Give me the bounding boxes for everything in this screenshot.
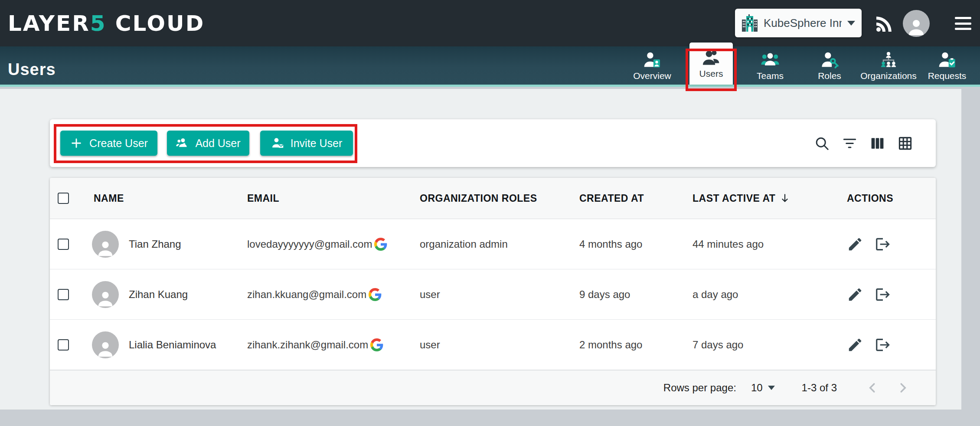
avatar-person-icon (95, 338, 115, 358)
row-avatar (92, 281, 119, 308)
chevron-down-icon (768, 386, 775, 390)
user-created-at: 9 days ago (579, 288, 630, 301)
column-header-actions: ACTIONS (847, 193, 893, 204)
row-avatar (92, 331, 119, 358)
user-avatar[interactable] (903, 10, 930, 37)
person-key-icon (820, 50, 839, 69)
filter-icon[interactable] (842, 135, 858, 151)
page-title: Users (8, 60, 56, 79)
row-checkbox[interactable] (58, 239, 69, 250)
column-header-created-at[interactable]: CREATED AT (579, 193, 644, 204)
grid-icon[interactable] (897, 135, 913, 151)
user-email: zihank.zihank@gmail.com (247, 339, 368, 351)
remove-user-icon[interactable] (875, 337, 891, 353)
user-name: Zihan Kuang (129, 288, 188, 301)
user-org-role: user (420, 339, 440, 351)
tab-label: Roles (818, 71, 841, 81)
team-icon (761, 50, 780, 69)
person-clipboard-icon (938, 50, 957, 69)
table-header-row: NAME EMAIL ORGANIZATION ROLES CREATED AT… (50, 178, 936, 219)
logo-cloud-text: CLOUD (106, 11, 205, 36)
user-name: Tian Zhang (129, 238, 181, 250)
row-checkbox[interactable] (58, 289, 69, 300)
table-pagination: Rows per page: 10 1-3 of 3 (50, 370, 936, 405)
row-checkbox[interactable] (58, 339, 69, 351)
top-header: LAYER5 CLOUD KubeSphere Innov (0, 0, 980, 46)
content-area: Create User Add User Invite User (0, 89, 961, 410)
chevron-right-icon[interactable] (895, 380, 911, 396)
tab-label: Organizations (860, 71, 917, 81)
remove-user-icon[interactable] (875, 236, 891, 252)
logo-layer-text: LAYER (8, 11, 90, 36)
remove-user-icon[interactable] (875, 286, 891, 303)
column-header-email[interactable]: EMAIL (247, 193, 279, 204)
tab-requests[interactable]: Requests (917, 46, 977, 85)
org-switcher[interactable]: KubeSphere Innov (735, 9, 862, 37)
avatar-person-icon (906, 16, 927, 37)
tab-label: Users (699, 69, 723, 79)
secondary-nav-bar: Users Overview Users Te (0, 46, 980, 87)
tab-label: Overview (633, 71, 671, 81)
tab-teams[interactable]: Teams (740, 46, 800, 85)
column-header-last-active-at[interactable]: LAST ACTIVE AT (693, 192, 791, 204)
google-icon (370, 338, 383, 351)
person-invite-icon (271, 137, 284, 150)
plus-icon (70, 137, 83, 150)
tab-label: Requests (928, 71, 967, 81)
tab-roles[interactable]: Roles (799, 46, 860, 85)
user-created-at: 2 months ago (579, 339, 642, 351)
rows-per-page-select[interactable]: 10 (751, 382, 775, 394)
person-add-icon (176, 137, 189, 150)
user-email: zihan.kkuang@gmail.com (247, 288, 366, 301)
person-badge-icon (643, 50, 662, 69)
user-last-active-at: 7 days ago (693, 339, 743, 351)
search-icon[interactable] (814, 135, 830, 151)
table-row: Zihan Kuang zihan.kkuang@gmail.com user … (50, 269, 936, 320)
google-icon (374, 238, 387, 251)
avatar-person-icon (95, 288, 115, 308)
avatar-person-icon (95, 238, 115, 258)
edit-pencil-icon[interactable] (847, 236, 863, 252)
org-switcher-label: KubeSphere Innov (764, 16, 842, 30)
table-row: Lialia Beniaminova zihank.zihank@gmail.c… (50, 320, 936, 370)
user-org-role: organization admin (420, 238, 508, 250)
create-user-button[interactable]: Create User (60, 131, 157, 156)
users-table: NAME EMAIL ORGANIZATION ROLES CREATED AT… (50, 178, 936, 405)
column-header-org-roles[interactable]: ORGANIZATION ROLES (420, 193, 537, 204)
user-created-at: 4 months ago (579, 238, 642, 250)
layer5-cloud-logo[interactable]: LAYER5 CLOUD (8, 11, 205, 36)
people-icon (702, 48, 721, 67)
user-email: lovedayyyyyyy@gmail.com (247, 238, 372, 250)
user-last-active-at: 44 minutes ago (693, 238, 764, 250)
edit-pencil-icon[interactable] (847, 286, 863, 303)
view-columns-icon[interactable] (869, 135, 885, 151)
rss-icon[interactable] (874, 14, 894, 34)
user-last-active-at: a day ago (693, 288, 738, 301)
row-avatar (92, 231, 119, 258)
invite-user-button[interactable]: Invite User (260, 131, 353, 156)
users-toolbar-card: Create User Add User Invite User (50, 119, 936, 167)
user-name: Lialia Beniaminova (129, 339, 216, 351)
table-row: Tian Zhang lovedayyyyyyy@gmail.com organ… (50, 219, 936, 269)
column-header-name[interactable]: NAME (94, 193, 124, 204)
select-all-checkbox[interactable] (58, 193, 69, 204)
hamburger-menu-icon[interactable] (955, 17, 971, 30)
google-icon (369, 288, 382, 301)
add-user-button[interactable]: Add User (167, 131, 249, 156)
sort-desc-arrow-icon[interactable] (779, 192, 791, 204)
user-org-role: user (420, 288, 440, 301)
org-hierarchy-icon (879, 50, 898, 69)
rows-per-page-label: Rows per page: (663, 382, 736, 394)
chevron-down-icon (847, 21, 855, 26)
tab-users-selected[interactable]: Users (689, 43, 733, 85)
table-tools (814, 119, 913, 167)
tab-organizations[interactable]: Organizations (858, 46, 919, 85)
edit-pencil-icon[interactable] (847, 337, 863, 353)
tab-overview[interactable]: Overview (622, 46, 683, 85)
logo-five-text: 5 (90, 11, 107, 36)
pagination-range: 1-3 of 3 (802, 382, 837, 394)
rows-per-page-value: 10 (751, 382, 763, 394)
tab-label: Teams (757, 71, 784, 81)
building-icon (742, 14, 758, 32)
chevron-left-icon[interactable] (865, 380, 880, 396)
